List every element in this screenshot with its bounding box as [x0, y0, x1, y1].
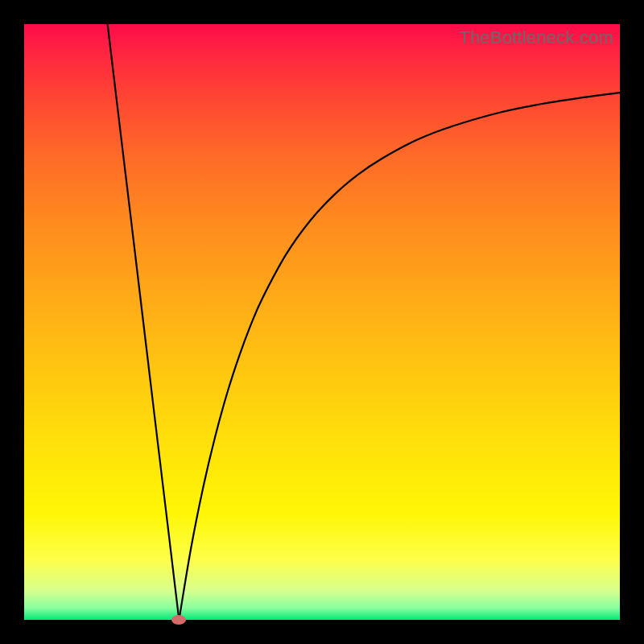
vertex-marker [171, 615, 186, 625]
chart-frame: TheBottleneck.com [0, 0, 644, 644]
plot-area: TheBottleneck.com [24, 24, 620, 620]
curve-left-branch [108, 24, 180, 620]
curve-svg [24, 24, 620, 620]
curve-right-branch [179, 93, 620, 620]
